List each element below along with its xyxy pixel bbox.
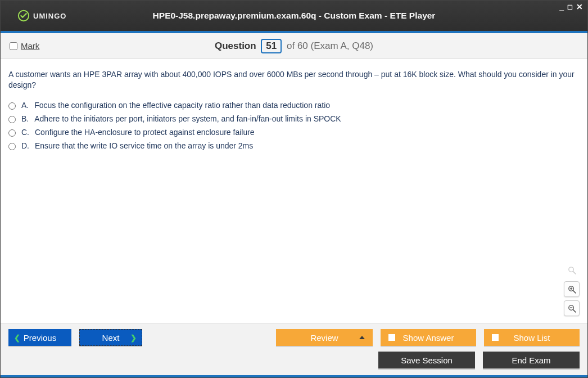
save-session-button[interactable]: Save Session xyxy=(378,352,475,368)
window-controls: _ ☐ ✕ xyxy=(559,3,583,11)
radio-icon[interactable] xyxy=(8,116,16,123)
review-label: Review xyxy=(310,333,338,343)
end-exam-label: End Exam xyxy=(512,356,550,365)
question-number-box: 51 xyxy=(261,39,282,53)
minimize-icon[interactable]: _ xyxy=(559,3,564,11)
option-text: Ensure that the write IO service time on… xyxy=(35,141,253,150)
option-text: Configure the HA-enclosure to protect ag… xyxy=(35,128,255,137)
mark-label: Mark xyxy=(21,41,39,51)
app-logo: UMINGO xyxy=(17,10,66,22)
option-a[interactable]: A. Focus the configuration on the effect… xyxy=(8,101,580,110)
chevron-left-icon: ❮ xyxy=(14,334,20,342)
show-list-button[interactable]: Show List xyxy=(484,329,580,346)
logo-check-icon xyxy=(17,10,30,22)
svg-line-4 xyxy=(573,290,575,292)
question-header-bar: Mark Question 51 of 60 (Exam A, Q48) xyxy=(1,33,587,59)
question-total: of 60 (Exam A, Q48) xyxy=(287,40,373,51)
footer-row-1: ❮ Previous Next ❯ Review Show Answer Sho… xyxy=(8,329,580,346)
mark-checkbox-wrap[interactable]: Mark xyxy=(10,41,39,51)
zoom-controls xyxy=(564,262,580,316)
svg-line-2 xyxy=(573,271,575,273)
radio-icon[interactable] xyxy=(8,129,16,137)
previous-button[interactable]: ❮ Previous xyxy=(8,329,71,346)
maximize-icon[interactable]: ☐ xyxy=(567,3,573,11)
svg-line-8 xyxy=(573,309,575,312)
app-window: UMINGO HPE0-J58.prepaway.premium.exam.60… xyxy=(0,0,588,378)
zoom-in-button[interactable] xyxy=(564,281,580,297)
square-icon xyxy=(388,334,395,341)
search-icon xyxy=(564,262,580,278)
title-bar: UMINGO HPE0-J58.prepaway.premium.exam.60… xyxy=(1,1,587,31)
window-title: HPE0-J58.prepaway.premium.exam.60q - Cus… xyxy=(1,11,587,21)
radio-icon[interactable] xyxy=(8,102,16,110)
option-letter: B. xyxy=(21,114,29,123)
close-icon[interactable]: ✕ xyxy=(576,3,583,11)
square-icon xyxy=(492,334,499,341)
option-text: Adhere to the initiators per port, initi… xyxy=(34,114,341,123)
question-text: A customer wants an HPE 3PAR array with … xyxy=(8,69,580,91)
option-letter: D. xyxy=(21,141,29,150)
footer-bar: ❮ Previous Next ❯ Review Show Answer Sho… xyxy=(1,323,587,375)
previous-label: Previous xyxy=(24,333,56,343)
option-text: Focus the configuration on the effective… xyxy=(34,101,330,110)
zoom-out-button[interactable] xyxy=(564,300,580,316)
end-exam-button[interactable]: End Exam xyxy=(483,352,580,368)
mark-checkbox[interactable] xyxy=(10,42,17,50)
show-answer-label: Show Answer xyxy=(403,333,454,343)
radio-icon[interactable] xyxy=(8,143,16,150)
option-letter: C. xyxy=(21,128,29,137)
show-list-label: Show List xyxy=(513,333,550,343)
option-letter: A. xyxy=(21,101,29,110)
chevron-right-icon: ❯ xyxy=(130,334,137,342)
option-d[interactable]: D. Ensure that the write IO service time… xyxy=(8,141,580,150)
question-indicator: Question 51 of 60 (Exam A, Q48) xyxy=(1,39,587,53)
next-label: Next xyxy=(102,333,120,343)
logo-text: UMINGO xyxy=(33,12,66,20)
footer-row-2: Save Session End Exam xyxy=(8,352,580,368)
review-button[interactable]: Review xyxy=(276,329,373,346)
next-button[interactable]: Next ❯ xyxy=(79,329,142,346)
option-c[interactable]: C. Configure the HA-enclosure to protect… xyxy=(8,128,580,137)
save-session-label: Save Session xyxy=(401,356,453,365)
question-word: Question xyxy=(215,40,256,51)
show-answer-button[interactable]: Show Answer xyxy=(381,329,476,346)
triangle-up-icon xyxy=(359,336,365,339)
option-b[interactable]: B. Adhere to the initiators per port, in… xyxy=(8,114,580,123)
question-content: A customer wants an HPE 3PAR array with … xyxy=(1,59,587,323)
footer-divider xyxy=(1,375,587,377)
